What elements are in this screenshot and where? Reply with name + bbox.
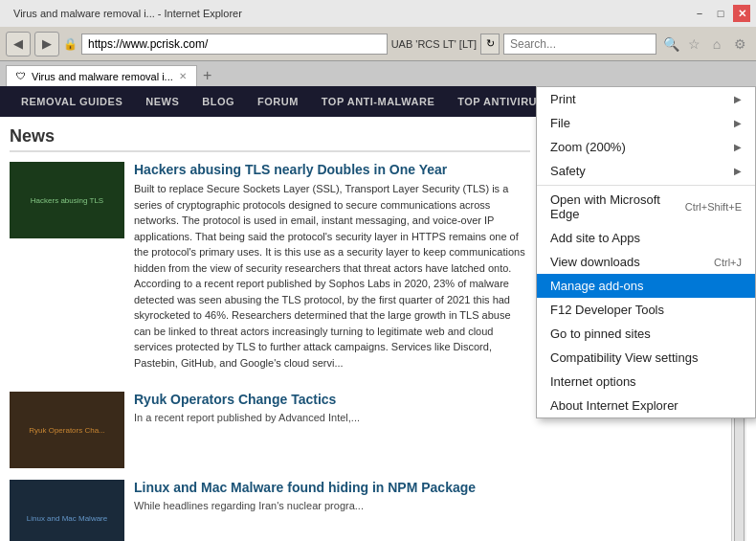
- menu-item-manage-addons[interactable]: Manage add-ons: [537, 274, 755, 298]
- forward-icon: ▶: [42, 36, 52, 51]
- news-content-2: Linux and Mac Malware found hiding in NP…: [134, 480, 530, 541]
- refresh-icon: ↻: [486, 37, 495, 50]
- home-icon: ⌂: [713, 36, 721, 52]
- menu-safety-arrow: ▶: [734, 166, 742, 176]
- menu-about-ie-label: About Internet Explorer: [550, 398, 678, 413]
- news-text-1: In a recent report published by Advanced…: [134, 411, 530, 425]
- close-button[interactable]: ✕: [733, 5, 750, 22]
- lock-icon: 🔒: [63, 37, 78, 51]
- nav-item-news[interactable]: NEWS: [134, 86, 190, 117]
- news-article-1: Ryuk Operators Cha... Ryuk Operators Cha…: [10, 392, 530, 468]
- news-content-1: Ryuk Operators Change Tactics In a recen…: [134, 392, 530, 468]
- star-icon: ☆: [688, 36, 700, 52]
- tab-favicon: 🛡: [16, 71, 26, 81]
- window-title: Virus and malware removal i... - Interne…: [6, 8, 687, 19]
- menu-file-arrow: ▶: [734, 118, 742, 128]
- news-title-1[interactable]: Ryuk Operators Change Tactics: [134, 392, 530, 407]
- thumb-label-0: Hackers abusing TLS: [28, 193, 106, 208]
- security-label: UAB 'RCS LT' [LT]: [391, 38, 477, 50]
- thumb-label-2: Linux and Mac Malware: [24, 511, 110, 526]
- menu-f12-label: F12 Developer Tools: [550, 303, 664, 317]
- menu-print-label: Print: [550, 92, 576, 106]
- forward-button[interactable]: ▶: [34, 32, 59, 56]
- menu-manage-addons-label: Manage add-ons: [550, 279, 644, 293]
- menu-edge-shortcut: Ctrl+Shift+E: [685, 201, 742, 213]
- home-button[interactable]: ⌂: [706, 34, 727, 55]
- browser-window: Virus and malware removal i... - Interne…: [0, 0, 756, 541]
- minimize-button[interactable]: −: [691, 5, 708, 22]
- page-area: REMOVAL GUIDES NEWS BLOG FORUM TOP ANTI-…: [0, 86, 756, 541]
- nav-item-forum[interactable]: FORUM: [246, 86, 310, 117]
- menu-item-downloads[interactable]: View downloads Ctrl+J: [537, 250, 755, 274]
- gear-icon: ⚙: [734, 36, 746, 52]
- news-thumb-2: Linux and Mac Malware: [10, 480, 124, 541]
- menu-downloads-shortcut: Ctrl+J: [714, 257, 742, 268]
- menu-compat-label: Compatibility View settings: [550, 350, 698, 365]
- news-thumb-1: Ryuk Operators Cha...: [10, 392, 124, 468]
- news-text-0: Built to replace Secure Sockets Layer (S…: [134, 181, 530, 371]
- menu-item-internet-options[interactable]: Internet options: [537, 370, 755, 394]
- menu-item-pinned-sites[interactable]: Go to pinned sites: [537, 322, 755, 346]
- news-thumb-0: Hackers abusing TLS: [10, 162, 124, 238]
- news-article-0: Hackers abusing TLS Hackers abusing TLS …: [10, 162, 530, 380]
- active-tab[interactable]: 🛡 Virus and malware removal i... ✕: [6, 65, 197, 86]
- refresh-button[interactable]: ↻: [480, 34, 500, 55]
- nav-item-top-anti-malware[interactable]: TOP ANTI-MALWARE: [310, 86, 446, 117]
- tab-label: Virus and malware removal i...: [32, 71, 173, 82]
- tab-close-button[interactable]: ✕: [179, 71, 187, 81]
- news-title-2[interactable]: Linux and Mac Malware found hiding in NP…: [134, 480, 530, 495]
- menu-item-edge[interactable]: Open with Microsoft Edge Ctrl+Shift+E: [537, 188, 755, 226]
- menu-safety-label: Safety: [550, 164, 586, 178]
- menu-edge-label: Open with Microsoft Edge: [550, 192, 685, 221]
- news-section-title: News: [10, 126, 530, 152]
- dropdown-menu: Print ▶ File ▶ Zoom (200%) ▶ Safety ▶ Op…: [536, 86, 756, 418]
- fav-buttons: 🔍 ☆ ⌂ ⚙: [660, 34, 750, 55]
- main-column: News Hackers abusing TLS Hackers abusing…: [10, 126, 530, 541]
- menu-item-f12[interactable]: F12 Developer Tools: [537, 298, 755, 322]
- menu-item-about-ie[interactable]: About Internet Explorer: [537, 394, 755, 417]
- menu-item-compat-view[interactable]: Compatibility View settings: [537, 346, 755, 370]
- menu-item-safety[interactable]: Safety ▶: [537, 159, 755, 183]
- menu-internet-options-label: Internet options: [550, 374, 636, 389]
- news-text-2: While headlines regarding Iran's nuclear…: [134, 499, 530, 513]
- news-article-2: Linux and Mac Malware Linux and Mac Malw…: [10, 480, 530, 541]
- favorites-button[interactable]: ☆: [683, 34, 704, 55]
- maximize-button[interactable]: □: [712, 5, 729, 22]
- menu-item-add-site[interactable]: Add site to Apps: [537, 226, 755, 250]
- menu-zoom-label: Zoom (200%): [550, 140, 626, 154]
- back-button[interactable]: ◀: [6, 32, 31, 56]
- menu-item-zoom[interactable]: Zoom (200%) ▶: [537, 135, 755, 159]
- title-bar: Virus and malware removal i... - Interne…: [0, 0, 756, 27]
- address-bar-container: 🔒 UAB 'RCS LT' [LT] ↻: [63, 34, 500, 55]
- nav-bar: ◀ ▶ 🔒 UAB 'RCS LT' [LT] ↻ 🔍 ☆ ⌂ ⚙: [0, 27, 756, 61]
- search-icon: 🔍: [663, 36, 679, 52]
- search-input[interactable]: [503, 34, 656, 55]
- search-button[interactable]: 🔍: [660, 34, 681, 55]
- news-title-0[interactable]: Hackers abusing TLS nearly Doubles in On…: [134, 162, 530, 177]
- menu-zoom-arrow: ▶: [734, 142, 742, 152]
- nav-item-removal-guides[interactable]: REMOVAL GUIDES: [10, 86, 134, 117]
- menu-item-print[interactable]: Print ▶: [537, 87, 755, 111]
- news-content-0: Hackers abusing TLS nearly Doubles in On…: [134, 162, 530, 380]
- menu-add-site-label: Add site to Apps: [550, 231, 640, 245]
- address-input[interactable]: [81, 34, 388, 55]
- menu-file-label: File: [550, 116, 570, 130]
- new-tab-button[interactable]: +: [197, 65, 218, 86]
- menu-pinned-label: Go to pinned sites: [550, 327, 651, 341]
- thumb-label-1: Ryuk Operators Cha...: [26, 423, 108, 438]
- tabs-bar: 🛡 Virus and malware removal i... ✕ +: [0, 61, 756, 86]
- menu-separator-1: [537, 185, 755, 186]
- menu-item-file[interactable]: File ▶: [537, 111, 755, 135]
- nav-item-blog[interactable]: BLOG: [190, 86, 246, 117]
- menu-print-arrow: ▶: [734, 94, 742, 104]
- back-icon: ◀: [13, 36, 23, 51]
- settings-button[interactable]: ⚙: [729, 34, 750, 55]
- menu-downloads-label: View downloads: [550, 255, 640, 269]
